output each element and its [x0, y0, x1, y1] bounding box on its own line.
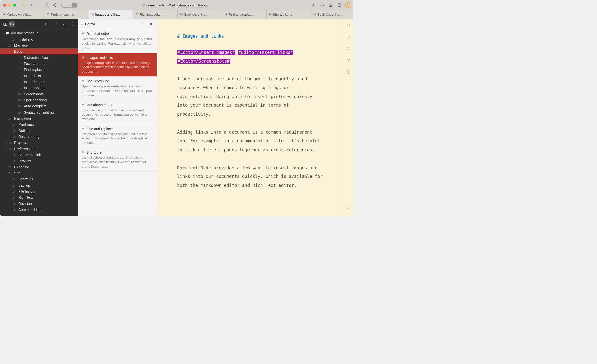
tree-item[interactable]: Navigation	[0, 115, 78, 121]
titlebar: • • documentnode.io/Writing/Images and l…	[0, 0, 353, 10]
code-view-icon[interactable]	[9, 21, 15, 27]
document-icon	[18, 104, 22, 108]
back-chevron-icon[interactable]: ‹	[81, 22, 82, 26]
cloud-upload-icon[interactable]	[319, 3, 324, 8]
svg-point-21	[53, 25, 53, 25]
view-seg-3[interactable]	[72, 3, 77, 7]
view-seg-2[interactable]: •	[67, 3, 72, 7]
search-icon[interactable]	[44, 3, 49, 8]
tab-shortcuts[interactable]: MShortcuts.md	[267, 10, 311, 19]
tab-spell-checking-2[interactable]: MSpell Checking.…	[311, 10, 353, 19]
note-list-item[interactable]: MShortcutsUsing keyboard shortcuts can i…	[78, 148, 157, 172]
tree-item[interactable]: Shortcuts	[0, 176, 78, 182]
note-list-item[interactable]: MImages and linksImages perhaps are one …	[78, 53, 157, 77]
tag[interactable]: #Editor/Screenshots#	[177, 59, 230, 64]
tree-item[interactable]: Auto-complete	[0, 103, 78, 109]
tree-item[interactable]: Projects	[0, 140, 78, 146]
tree-item-label: Insert links	[24, 74, 41, 78]
tag[interactable]: #Editor/Insert images#	[177, 50, 235, 55]
close-window-button[interactable]	[3, 4, 6, 7]
graph-icon[interactable]	[346, 58, 351, 63]
share-network-icon[interactable]	[52, 3, 57, 8]
chevron-right-icon	[6, 166, 9, 169]
tree-item[interactable]: Revision	[0, 201, 78, 207]
share-network-icon[interactable]	[346, 24, 351, 29]
document-icon[interactable]	[337, 3, 342, 8]
add-note-icon[interactable]: ＋	[140, 21, 146, 27]
tree-item[interactable]: Preferences	[0, 146, 78, 152]
link-icon[interactable]	[346, 206, 351, 211]
play-icon[interactable]	[311, 3, 316, 8]
tree-item[interactable]: Rich Text	[0, 194, 78, 201]
maximize-window-button[interactable]	[13, 4, 16, 7]
tab-preferences[interactable]: MPreferences.md	[44, 10, 89, 19]
notes-list[interactable]: MRich text editorSometimes, the Rich Tex…	[78, 29, 157, 216]
eye-icon[interactable]	[346, 47, 351, 51]
paragraph: Images perhaps are one of the most frequ…	[177, 75, 324, 119]
tree-item[interactable]: Outline	[0, 128, 78, 134]
note-list-item[interactable]: MFind and replaceWe often need to find o…	[78, 124, 157, 148]
tree-item[interactable]: Screenshots	[0, 91, 78, 97]
tag[interactable]: #Editor/Insert links#	[238, 50, 293, 55]
tree-item[interactable]: Backup	[0, 182, 78, 188]
note-list-item[interactable]: MRich text editorSometimes, the Rich Tex…	[78, 29, 157, 53]
minimize-window-button[interactable]	[8, 4, 11, 7]
svg-line-5	[54, 4, 55, 5]
tree-item[interactable]: Insert images	[0, 79, 78, 85]
tab-rich-text-editor[interactable]: MRich text editor…	[133, 10, 178, 19]
note-list-item[interactable]: MSpell checkingSpell checking is essenti…	[78, 77, 157, 100]
tab-markdown-editor[interactable]: MMarkdown edit…	[0, 10, 44, 19]
add-file-icon[interactable]	[43, 21, 48, 27]
collapse-icon[interactable]	[61, 21, 67, 27]
view-seg-1[interactable]: •	[62, 3, 67, 7]
tree-item[interactable]: Editor	[0, 48, 78, 54]
tab-find-and-replace[interactable]: MFind and repla…	[222, 10, 267, 19]
editor-content[interactable]: # Images and links #Editor/Insert images…	[157, 19, 343, 216]
lightning-icon[interactable]	[21, 3, 26, 8]
tree-item[interactable]: Site	[0, 170, 78, 176]
chevron-right-icon	[6, 148, 9, 150]
svg-point-11	[347, 4, 348, 5]
tree-item[interactable]: Shareable link	[0, 152, 78, 158]
tree-item[interactable]: Spell checking	[0, 97, 78, 103]
list-icon[interactable]	[52, 21, 57, 27]
tree-item[interactable]: Find-replace	[0, 67, 78, 73]
export-icon[interactable]	[346, 35, 351, 40]
close-panel-icon[interactable]: ✕	[148, 22, 154, 26]
tree-item[interactable]: Focus mode	[0, 61, 78, 67]
note-list-item[interactable]: MMarkdown editorIt's a plain text format…	[78, 100, 157, 124]
more-icon[interactable]	[70, 21, 76, 27]
tree-item[interactable]: File history	[0, 188, 78, 194]
svg-point-19	[53, 23, 53, 23]
sidebar-toolbar	[0, 19, 78, 29]
tree-item[interactable]: Restructuring	[0, 134, 78, 140]
files-view-icon[interactable]	[3, 21, 8, 27]
tab-spell-checking[interactable]: MSpell checking.…	[178, 10, 222, 19]
info-icon[interactable]	[346, 70, 351, 75]
markdown-badge-icon: M	[82, 56, 84, 59]
tree-item[interactable]: Mind map	[0, 121, 78, 128]
account-avatar[interactable]	[345, 3, 350, 8]
tree-item[interactable]: Installation	[0, 36, 78, 42]
document-icon	[13, 135, 17, 138]
tree-item[interactable]: Exporting	[0, 164, 78, 170]
tree-item[interactable]: Markdown	[0, 42, 78, 48]
tab-images-and-links[interactable]: MImages and lin…	[89, 10, 133, 19]
document-icon	[13, 196, 17, 199]
nav-forward-button[interactable]	[37, 3, 42, 8]
nav-back-button[interactable]	[29, 3, 34, 8]
tree-item[interactable]: Insert tables	[0, 85, 78, 91]
tree-root[interactable]: documentnode.io	[0, 30, 78, 36]
tree-item-label: Preferences	[14, 147, 33, 151]
tree-item-label: Revision	[18, 202, 32, 206]
tree-item-label: Screenshots	[24, 92, 44, 96]
tree-item[interactable]: Syntax highlighting	[0, 109, 78, 115]
share-box-icon[interactable]	[328, 3, 333, 8]
tree-item[interactable]: Command-line	[0, 207, 78, 213]
tree-item[interactable]: Preview	[0, 158, 78, 164]
tree-item[interactable]: Distraction-free	[0, 54, 78, 61]
document-icon	[18, 68, 22, 71]
tree-item[interactable]: Insert links	[0, 73, 78, 79]
view-mode-segmented[interactable]: • •	[61, 3, 77, 8]
file-tree[interactable]: documentnode.io InstallationMarkdownEdit…	[0, 29, 78, 216]
